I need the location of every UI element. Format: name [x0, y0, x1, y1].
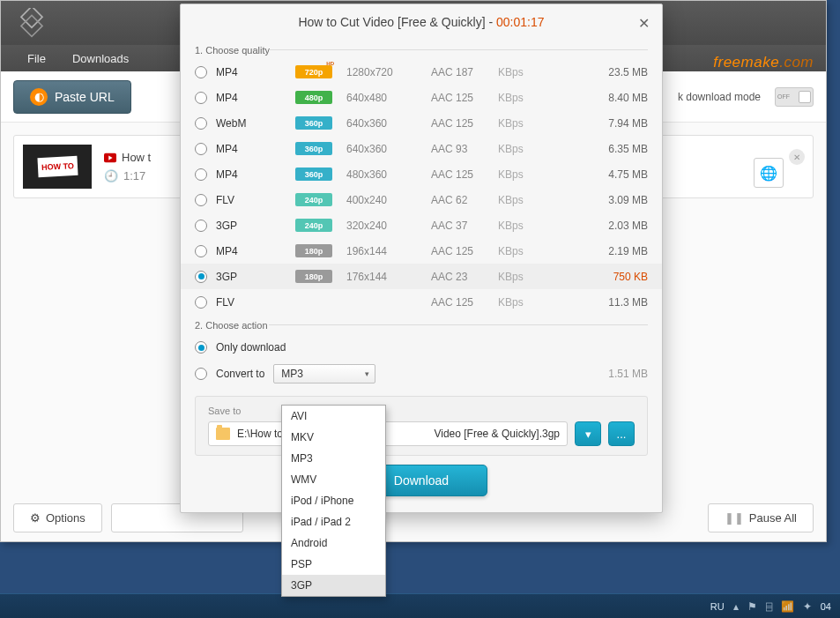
action-only-download[interactable]: Only download: [181, 334, 662, 361]
quality-size: 7.94 MB: [586, 117, 648, 130]
quality-codec: AAC 125: [431, 296, 489, 309]
quality-size: 23.5 MB: [586, 66, 648, 78]
dropdown-option[interactable]: iPad / iPad 2: [282, 511, 385, 532]
radio-icon: [195, 341, 207, 354]
save-to-label: Save to: [208, 406, 635, 416]
tray-network-icon[interactable]: 📶: [781, 600, 794, 613]
download-mode-toggle[interactable]: OFF: [775, 87, 814, 107]
tray-flag-icon[interactable]: ⚑: [747, 600, 757, 613]
dropdown-option[interactable]: Android: [282, 532, 385, 554]
radio-icon: [195, 117, 207, 130]
dropdown-option[interactable]: 3GP: [282, 575, 385, 596]
video-thumbnail: HOW TO: [23, 145, 92, 189]
radio-icon: [195, 368, 207, 380]
convert-format-dropdown[interactable]: AVIMKVMP3WMViPod / iPhoneiPad / iPad 2An…: [281, 405, 386, 597]
quality-resolution: 176x144: [346, 271, 422, 283]
quality-badge: 360p: [295, 168, 332, 181]
dropdown-option[interactable]: PSP: [282, 554, 385, 575]
item-title: How t: [122, 151, 151, 164]
download-dialog: How to Cut Video [Free & Quickly] - 00:0…: [180, 4, 663, 513]
download-mode-label: k download mode: [678, 91, 761, 103]
save-path-a: E:\How to: [237, 428, 283, 440]
radio-icon: [195, 143, 207, 155]
paste-url-button[interactable]: ◐ Paste URL: [13, 80, 131, 114]
quality-badge: 360p: [295, 142, 332, 155]
quality-badge: [295, 295, 332, 309]
tray-battery-icon[interactable]: ⌸: [766, 600, 772, 613]
quality-format: FLV: [216, 296, 272, 309]
quality-row[interactable]: MP4180p196x144AAC 125KBps2.19 MB: [181, 238, 662, 264]
quality-size: 2.03 MB: [586, 220, 648, 232]
quality-badge: 240p: [295, 193, 332, 206]
quality-resolution: 480x360: [346, 168, 422, 181]
quality-resolution: 196x144: [346, 245, 422, 257]
clock-icon: 🕘: [104, 169, 118, 182]
radio-icon: [195, 92, 207, 104]
path-dropdown-button[interactable]: ▾: [575, 421, 601, 446]
radio-icon: [195, 296, 207, 309]
clock-partial[interactable]: 04: [821, 601, 831, 612]
quality-format: MP4: [216, 245, 272, 257]
quality-row[interactable]: MP4720p1280x720AAC 187KBps23.5 MB: [181, 59, 662, 85]
quality-format: WebM: [216, 117, 272, 130]
quality-resolution: 400x240: [346, 194, 422, 206]
quality-codec: AAC 93: [431, 143, 489, 155]
menu-downloads[interactable]: Downloads: [72, 52, 129, 65]
tray-chevron-icon[interactable]: ▴: [733, 600, 739, 613]
quality-size: 6.35 MB: [586, 143, 648, 155]
dropdown-option[interactable]: iPod / iPhone: [282, 490, 385, 511]
gear-icon: ⚙: [30, 511, 41, 525]
quality-resolution: 640x360: [346, 117, 422, 130]
quality-row[interactable]: FLV240p400x240AAC 62KBps3.09 MB: [181, 187, 662, 212]
dropdown-option[interactable]: WMV: [282, 469, 385, 490]
section-quality-label: 1. Choose quality: [181, 40, 662, 59]
quality-row[interactable]: MP4480p640x480AAC 125KBps8.40 MB: [181, 85, 662, 110]
quality-format: MP4: [216, 92, 272, 104]
browse-button[interactable]: ...: [608, 421, 635, 446]
quality-kbps: KBps: [498, 245, 565, 257]
quality-row[interactable]: MP4360p480x360AAC 125KBps4.75 MB: [181, 161, 662, 187]
radio-icon: [195, 66, 207, 78]
save-path-field[interactable]: E:\How to Video [Free & Quickly].3gp: [208, 421, 568, 446]
quality-row[interactable]: 3GP180p176x144AAC 23KBps750 KB: [181, 264, 662, 289]
quality-resolution: 640x480: [346, 92, 422, 104]
quality-row[interactable]: WebM360p640x360AAC 125KBps7.94 MB: [181, 110, 662, 136]
toggle-knob: [799, 91, 811, 103]
paste-url-label: Paste URL: [55, 90, 115, 104]
quality-kbps: KBps: [498, 168, 565, 181]
dropdown-option[interactable]: MKV: [282, 427, 385, 448]
language-label[interactable]: RU: [710, 601, 725, 612]
remove-item-button[interactable]: ✕: [789, 149, 805, 165]
quality-badge: 180p: [295, 244, 332, 257]
action-convert-to[interactable]: Convert to MP3 1.51 MB: [181, 361, 662, 387]
pause-all-button[interactable]: ❚❚ Pause All: [708, 503, 814, 532]
tray-app-icon[interactable]: ✦: [803, 600, 812, 613]
dialog-close-button[interactable]: ✕: [638, 15, 650, 32]
quality-row[interactable]: FLVAAC 125KBps11.3 MB: [181, 289, 662, 315]
quality-format: MP4: [216, 168, 272, 181]
quality-kbps: KBps: [498, 296, 565, 309]
quality-badge: 180p: [295, 270, 332, 283]
ellipsis-icon: ...: [617, 428, 627, 441]
quality-format: 3GP: [216, 271, 272, 283]
quality-size: 11.3 MB: [586, 296, 648, 309]
menu-file[interactable]: File: [27, 52, 46, 65]
folder-icon: [216, 428, 230, 440]
quality-codec: AAC 125: [431, 245, 489, 257]
quality-resolution: 320x240: [346, 220, 422, 232]
options-button[interactable]: ⚙ Options: [13, 503, 102, 532]
convert-format-select[interactable]: MP3: [273, 364, 375, 383]
chevron-down-icon: ▾: [585, 428, 591, 441]
quality-kbps: KBps: [498, 271, 565, 283]
radio-icon: [195, 220, 207, 232]
quality-row[interactable]: 3GP240p320x240AAC 37KBps2.03 MB: [181, 212, 662, 238]
quality-format: FLV: [216, 194, 272, 206]
dropdown-option[interactable]: AVI: [282, 406, 385, 427]
globe-icon: 🌐: [760, 165, 777, 182]
pause-all-label: Pause All: [749, 511, 797, 525]
convert-format-value: MP3: [281, 368, 303, 380]
open-source-button[interactable]: 🌐: [754, 158, 784, 188]
save-path-b: Video [Free & Quickly].3gp: [434, 428, 560, 440]
dropdown-option[interactable]: MP3: [282, 448, 385, 469]
quality-row[interactable]: MP4360p640x360AAC 93KBps6.35 MB: [181, 136, 662, 161]
